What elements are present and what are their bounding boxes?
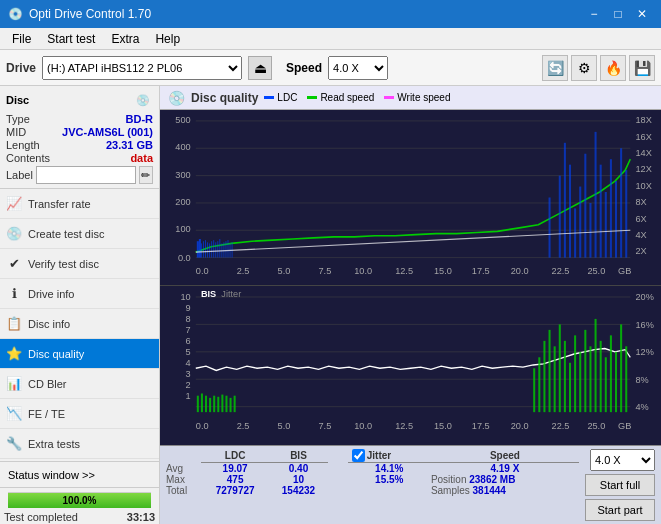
- svg-text:500: 500: [175, 114, 190, 125]
- chart-ldc: 500 400 300 200 100 0.0 18X 16X 14X 12X …: [160, 110, 661, 286]
- svg-rect-129: [615, 352, 617, 412]
- drive-info-label: Drive info: [28, 288, 74, 300]
- svg-rect-116: [549, 330, 551, 412]
- svg-rect-39: [207, 242, 208, 257]
- svg-text:3: 3: [186, 368, 191, 379]
- svg-text:16X: 16X: [635, 130, 652, 141]
- svg-text:25.0: 25.0: [587, 419, 605, 430]
- disc-info-label: Disc info: [28, 318, 70, 330]
- svg-text:2: 2: [186, 379, 191, 390]
- sidebar-item-extra-tests[interactable]: 🔧 Extra tests: [0, 429, 159, 459]
- svg-rect-130: [620, 324, 622, 412]
- svg-text:6: 6: [186, 335, 191, 346]
- svg-rect-106: [209, 398, 211, 412]
- svg-rect-103: [197, 396, 199, 412]
- minimize-button[interactable]: −: [583, 5, 605, 23]
- svg-text:20%: 20%: [635, 291, 654, 302]
- drive-select[interactable]: (H:) ATAPI iHBS112 2 PL06: [42, 56, 242, 80]
- svg-rect-64: [615, 181, 617, 258]
- create-test-disc-label: Create test disc: [28, 228, 104, 240]
- sidebar-item-transfer-rate[interactable]: 📈 Transfer rate: [0, 189, 159, 219]
- svg-rect-37: [203, 241, 204, 257]
- svg-rect-55: [569, 165, 571, 258]
- start-part-button[interactable]: Start part: [585, 499, 655, 521]
- disc-label-input[interactable]: [36, 166, 136, 184]
- sidebar-item-verify-test-disc[interactable]: ✔ Verify test disc: [0, 249, 159, 279]
- eject-icon[interactable]: ⏏: [248, 56, 272, 80]
- total-label: Total: [166, 485, 201, 496]
- disc-type-row: Type BD-R: [6, 113, 153, 125]
- drive-info-icon: ℹ: [6, 286, 22, 302]
- disc-contents-row: Contents data: [6, 152, 153, 164]
- quality-speed-select[interactable]: 4.0 X: [590, 449, 655, 471]
- svg-text:0.0: 0.0: [196, 265, 209, 276]
- save-icon[interactable]: 💾: [629, 55, 655, 81]
- svg-rect-48: [225, 241, 226, 257]
- transfer-rate-label: Transfer rate: [28, 198, 91, 210]
- disc-mid-row: MID JVC-AMS6L (001): [6, 126, 153, 138]
- legend-read-speed: Read speed: [307, 92, 374, 103]
- label-edit-icon[interactable]: ✏: [139, 166, 153, 184]
- chart-ldc-svg: 500 400 300 200 100 0.0 18X 16X 14X 12X …: [160, 110, 661, 285]
- svg-text:20.0: 20.0: [511, 265, 529, 276]
- start-full-button[interactable]: Start full: [585, 474, 655, 496]
- svg-text:7.5: 7.5: [318, 419, 331, 430]
- svg-text:0.0: 0.0: [196, 419, 209, 430]
- refresh-icon[interactable]: 🔄: [542, 55, 568, 81]
- max-label: Max: [166, 474, 201, 485]
- app-icon: 💿: [8, 7, 23, 21]
- sidebar-item-disc-quality[interactable]: ⭐ Disc quality: [0, 339, 159, 369]
- legend-write-speed-dot: [384, 96, 394, 99]
- svg-rect-121: [574, 335, 576, 412]
- svg-rect-113: [533, 368, 535, 412]
- svg-text:0.0: 0.0: [178, 252, 191, 263]
- speed-select[interactable]: 4.0 X: [328, 56, 388, 80]
- svg-text:200: 200: [175, 196, 190, 207]
- svg-rect-112: [234, 396, 236, 412]
- extra-tests-label: Extra tests: [28, 438, 80, 450]
- svg-rect-44: [217, 241, 218, 257]
- jitter-checkbox[interactable]: [352, 449, 365, 462]
- svg-rect-42: [213, 240, 214, 257]
- svg-rect-34: [197, 241, 199, 257]
- sidebar: Disc 💿 Type BD-R MID JVC-AMS6L (001) Len…: [0, 86, 160, 524]
- disc-label-key: Label: [6, 169, 33, 181]
- sidebar-item-drive-info[interactable]: ℹ Drive info: [0, 279, 159, 309]
- svg-rect-58: [584, 154, 586, 258]
- disc-type-val: BD-R: [126, 113, 154, 125]
- svg-text:4X: 4X: [635, 229, 647, 240]
- burn-icon[interactable]: 🔥: [600, 55, 626, 81]
- svg-rect-110: [225, 396, 227, 412]
- menu-extra[interactable]: Extra: [103, 30, 147, 48]
- speed-label: Speed: [286, 61, 322, 75]
- fe-te-icon: 📉: [6, 406, 22, 422]
- status-window-button[interactable]: Status window >>: [0, 462, 159, 488]
- sidebar-item-fe-te[interactable]: 📉 FE / TE: [0, 399, 159, 429]
- menu-start-test[interactable]: Start test: [39, 30, 103, 48]
- disc-mid-val: JVC-AMS6L (001): [62, 126, 153, 138]
- svg-text:17.5: 17.5: [472, 265, 490, 276]
- titlebar: 💿 Opti Drive Control 1.70 − □ ✕: [0, 0, 661, 28]
- svg-rect-104: [201, 393, 203, 412]
- svg-text:8: 8: [186, 313, 191, 324]
- maximize-button[interactable]: □: [607, 5, 629, 23]
- legend-write-speed-label: Write speed: [397, 92, 450, 103]
- sidebar-item-create-test-disc[interactable]: 💿 Create test disc: [0, 219, 159, 249]
- cd-bler-label: CD Bler: [28, 378, 67, 390]
- fe-te-label: FE / TE: [28, 408, 65, 420]
- svg-rect-105: [205, 396, 207, 412]
- legend-read-speed-label: Read speed: [320, 92, 374, 103]
- total-ldc-val: 7279727: [201, 485, 269, 496]
- svg-rect-53: [559, 176, 561, 258]
- close-button[interactable]: ✕: [631, 5, 653, 23]
- settings-icon[interactable]: ⚙: [571, 55, 597, 81]
- svg-text:Jitter: Jitter: [221, 288, 242, 299]
- menu-help[interactable]: Help: [147, 30, 188, 48]
- sidebar-item-disc-info[interactable]: 📋 Disc info: [0, 309, 159, 339]
- svg-text:300: 300: [175, 168, 190, 179]
- menu-file[interactable]: File: [4, 30, 39, 48]
- stats-header-ldc: LDC: [201, 449, 269, 463]
- max-ldc-val: 475: [201, 474, 269, 485]
- sidebar-item-cd-bler[interactable]: 📊 CD Bler: [0, 369, 159, 399]
- svg-text:15.0: 15.0: [434, 419, 452, 430]
